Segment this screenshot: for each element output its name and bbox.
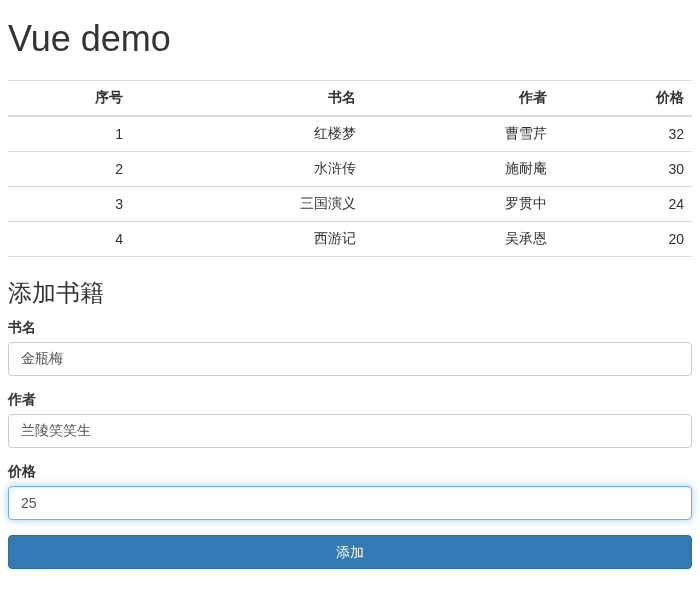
cell-price: 30 [555, 152, 692, 187]
author-input[interactable] [8, 414, 692, 448]
col-name: 书名 [131, 81, 364, 117]
table-row: 4西游记吴承恩20 [8, 222, 692, 257]
cell-name: 水浒传 [131, 152, 364, 187]
name-input[interactable] [8, 342, 692, 376]
cell-price: 20 [555, 222, 692, 257]
table-header-row: 序号 书名 作者 价格 [8, 81, 692, 117]
cell-index: 3 [8, 187, 131, 222]
cell-price: 24 [555, 187, 692, 222]
cell-index: 4 [8, 222, 131, 257]
cell-author: 曹雪芹 [364, 116, 556, 152]
author-label: 作者 [8, 391, 692, 409]
form-heading: 添加书籍 [8, 277, 692, 309]
table-row: 1红楼梦曹雪芹32 [8, 116, 692, 152]
cell-name: 西游记 [131, 222, 364, 257]
table-row: 3三国演义罗贯中24 [8, 187, 692, 222]
table-row: 2水浒传施耐庵30 [8, 152, 692, 187]
cell-index: 1 [8, 116, 131, 152]
col-price: 价格 [555, 81, 692, 117]
cell-price: 32 [555, 116, 692, 152]
cell-name: 红楼梦 [131, 116, 364, 152]
price-input[interactable] [8, 486, 692, 520]
cell-author: 吴承恩 [364, 222, 556, 257]
cell-author: 施耐庵 [364, 152, 556, 187]
name-label: 书名 [8, 319, 692, 337]
books-table: 序号 书名 作者 价格 1红楼梦曹雪芹322水浒传施耐庵303三国演义罗贯中24… [8, 80, 692, 257]
cell-author: 罗贯中 [364, 187, 556, 222]
add-button[interactable]: 添加 [8, 535, 692, 569]
cell-index: 2 [8, 152, 131, 187]
cell-name: 三国演义 [131, 187, 364, 222]
price-label: 价格 [8, 463, 692, 481]
page-title: Vue demo [8, 18, 692, 60]
col-author: 作者 [364, 81, 556, 117]
col-index: 序号 [8, 81, 131, 117]
